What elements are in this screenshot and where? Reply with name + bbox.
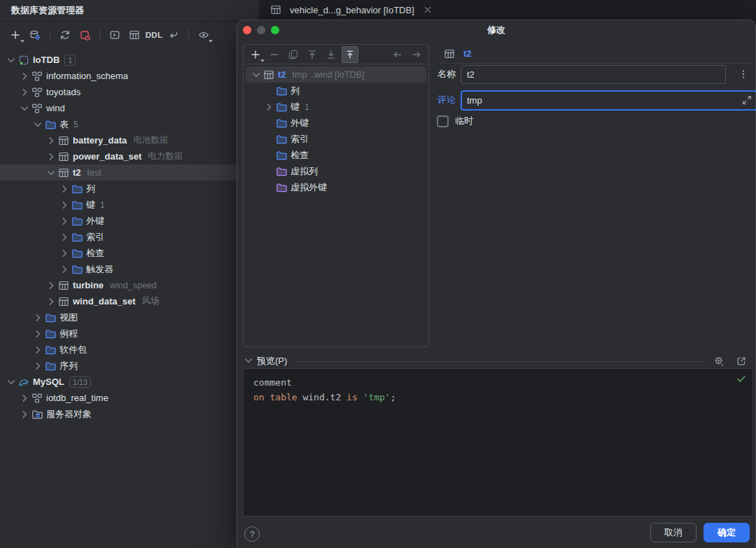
ddl-button[interactable]: DDL [146,27,162,43]
tree-item-索引[interactable]: 索引 [246,131,426,147]
code-token: ; [391,392,396,402]
more-options-button[interactable] [736,66,751,82]
tree-item-label: 键 [290,101,300,113]
tree-item-t2[interactable]: t2tmp.wind [IoTDB] [246,66,426,83]
tree-item-虚拟外键[interactable]: 虚拟外键 [246,179,426,195]
tree-item-wind_data_set[interactable]: wind_data_set风场 [0,293,259,309]
chevron-down-icon[interactable] [46,167,57,178]
tree-item-例程[interactable]: 例程 [0,325,259,342]
query-console-button[interactable] [106,27,123,43]
add-item-button[interactable] [247,46,264,63]
tree-item-键[interactable]: 键1 [0,197,259,213]
chevron-right-icon[interactable] [46,151,57,162]
temporary-checkbox[interactable] [437,115,449,127]
minimize-window-button[interactable] [257,26,265,34]
tab-vehicle-behavior[interactable]: vehicle_d...g_behavior [IoTDB] [259,0,440,20]
chevron-right-icon[interactable] [32,312,43,323]
name-label: 名称 [438,68,461,80]
move-top-icon [307,49,318,60]
tree-item-label: turbine [73,280,104,290]
preview-collapse-toggle[interactable]: 预览(P) [243,355,287,368]
tree-item-外键[interactable]: 外键 [246,115,426,131]
add-datasource-button[interactable] [7,27,24,43]
tree-item-触发器[interactable]: 触发器 [0,261,259,277]
expand-icon[interactable] [741,94,752,106]
tree-item-键[interactable]: 键1 [246,99,426,115]
chevron-down-icon[interactable] [32,119,43,130]
tree-item-序列[interactable]: 序列 [0,358,259,374]
chevron-right-icon[interactable] [59,183,70,195]
chevron-right-icon[interactable] [19,87,30,98]
comment-input[interactable] [461,90,756,111]
chevron-right-icon[interactable] [19,71,30,82]
tree-item-toyotads[interactable]: toyotads [0,84,259,100]
dialog-titlebar[interactable]: 修改 [237,20,755,40]
tree-item-iotdb_real_time[interactable]: iotdb_real_time [0,390,259,406]
database-tree: IoTDB1information_schematoyotadswind表5ba… [0,48,259,422]
tree-item-视图[interactable]: 视图 [0,309,259,325]
tree-item-wind[interactable]: wind [0,100,259,116]
tree-item-t2[interactable]: t2test [0,164,259,181]
view-options-button[interactable] [195,27,212,43]
help-button[interactable]: ? [244,526,260,542]
chevron-right-icon[interactable] [59,232,70,243]
chevron-down-icon[interactable] [6,377,17,388]
tree-item-列[interactable]: 列 [246,83,426,99]
ok-button[interactable]: 确定 [704,523,750,542]
tree-item-软件包[interactable]: 软件包 [0,342,259,358]
tree-item-turbine[interactable]: turbinewind_speed [0,277,259,293]
chevron-right-icon[interactable] [59,264,70,275]
chevron-right-icon[interactable] [59,248,70,259]
tree-item-外键[interactable]: 外键 [0,213,259,229]
name-input[interactable] [461,65,726,84]
tree-item-表[interactable]: 表5 [0,116,259,132]
tree-item-MySQL[interactable]: MySQL1/13 [0,374,259,390]
tree-item-服务器对象[interactable]: 服务器对象 [0,406,259,422]
tree-item-检查[interactable]: 检查 [246,147,426,163]
forward-button[interactable] [408,46,425,63]
datasource-settings-button[interactable] [27,27,43,43]
chevron-right-icon[interactable] [59,216,70,227]
tree-item-索引[interactable]: 索引 [0,229,259,245]
chevron-right-icon[interactable] [59,199,70,211]
tree-item-information_schema[interactable]: information_schema [0,68,259,84]
jump-to-button[interactable] [165,27,182,43]
back-button[interactable] [389,46,406,63]
open-in-editor-button[interactable] [733,353,750,370]
refresh-button[interactable] [57,27,74,43]
table-view-button[interactable] [126,27,143,43]
duplicate-item-button[interactable] [285,46,302,63]
tree-item-IoTDB[interactable]: IoTDB1 [0,52,259,68]
close-icon[interactable] [422,4,433,15]
chevron-right-icon[interactable] [46,280,57,291]
tree-item-虚拟列[interactable]: 虚拟列 [246,163,426,179]
chevron-right-icon[interactable] [32,328,43,339]
close-window-button[interactable] [243,26,251,34]
scroll-from-source-button[interactable] [342,46,358,63]
chevron-right-icon[interactable] [263,101,274,113]
tree-item-battery_data[interactable]: battery_data电池数据 [0,132,259,148]
move-bottom-button[interactable] [323,46,340,63]
chevron-placeholder [263,150,274,161]
chevron-right-icon[interactable] [32,344,43,356]
iotdb-datasource-icon [18,55,29,66]
chevron-right-icon[interactable] [46,296,57,307]
preview-settings-button[interactable] [710,353,727,370]
zoom-window-button[interactable] [271,26,279,34]
chevron-right-icon[interactable] [19,409,30,420]
chevron-right-icon[interactable] [46,135,57,146]
move-top-button[interactable] [304,46,321,63]
chevron-right-icon[interactable] [32,360,43,372]
cancel-button[interactable]: 取消 [650,523,696,542]
sql-preview-editor[interactable]: commenton table wind.t2 is 'tmp'; [243,368,753,517]
tree-item-列[interactable]: 列 [0,181,259,197]
chevron-right-icon[interactable] [19,393,30,404]
chevron-down-icon[interactable] [251,69,262,80]
remove-item-button[interactable] [266,46,283,63]
chevron-down-icon[interactable] [6,55,17,66]
disconnect-button[interactable] [76,27,93,43]
chevron-down-icon[interactable] [19,103,30,114]
tree-item-label: 列 [290,85,300,97]
tree-item-power_data_set[interactable]: power_data_set电力数据 [0,148,259,164]
tree-item-检查[interactable]: 检查 [0,245,259,261]
